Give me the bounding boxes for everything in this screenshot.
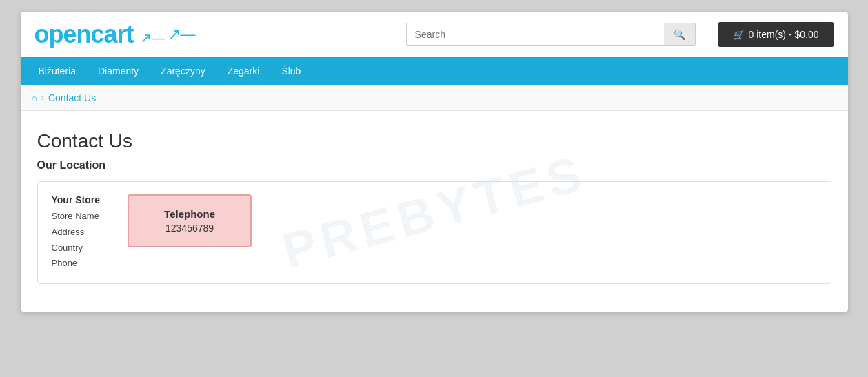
nav-bar: Biżuteria Diamenty Zaręczyny Zegarki Ślu…	[21, 57, 848, 85]
cart-button[interactable]: 🛒 0 item(s) - $0.00	[718, 22, 834, 47]
store-info: Your Store Store Name Address Country Ph…	[52, 194, 101, 271]
store-name-label: Your Store	[52, 194, 101, 205]
main-content: PREBYTES Contact Us Our Location Your St…	[21, 111, 848, 312]
telephone-number: 123456789	[165, 223, 214, 234]
nav-item-zareczyny[interactable]: Zaręczyny	[150, 57, 216, 85]
cart-label: 0 item(s) - $0.00	[749, 29, 819, 40]
store-phone: Phone	[52, 256, 101, 271]
search-input[interactable]	[406, 23, 664, 46]
header: opencart ↗— ↗― 🔍 🛒 0 item(s) - $0.00	[21, 12, 848, 57]
search-icon: 🔍	[674, 29, 685, 40]
breadcrumb-current[interactable]: Contact Us	[48, 92, 96, 103]
section-title: Our Location	[37, 159, 831, 172]
store-address: Address	[52, 225, 101, 240]
logo[interactable]: opencart ↗— ↗―	[34, 22, 196, 47]
logo-icon: ↗―	[168, 26, 196, 43]
search-button[interactable]: 🔍	[664, 23, 696, 46]
breadcrumb: ⌂ › Contact Us	[21, 85, 848, 111]
search-area: 🔍	[406, 23, 696, 46]
nav-item-zegarki[interactable]: Zegarki	[216, 57, 271, 85]
page-wrapper: opencart ↗— ↗― 🔍 🛒 0 item(s) - $0.00 Biż…	[21, 12, 848, 312]
location-box: Your Store Store Name Address Country Ph…	[37, 181, 831, 284]
nav-item-slub[interactable]: Ślub	[270, 57, 312, 85]
nav-item-bizuteria[interactable]: Biżuteria	[28, 57, 87, 85]
store-country: Country	[52, 241, 101, 256]
breadcrumb-home[interactable]: ⌂	[32, 92, 37, 103]
store-name: Store Name	[52, 210, 101, 224]
breadcrumb-separator: ›	[41, 93, 44, 103]
page-title: Contact Us	[37, 130, 831, 152]
telephone-box: Telephone 123456789	[128, 194, 252, 247]
logo-text: opencart ↗—	[34, 22, 165, 47]
nav-item-diamenty[interactable]: Diamenty	[87, 57, 150, 85]
telephone-label: Telephone	[164, 208, 215, 220]
cart-icon: 🛒	[733, 29, 745, 40]
